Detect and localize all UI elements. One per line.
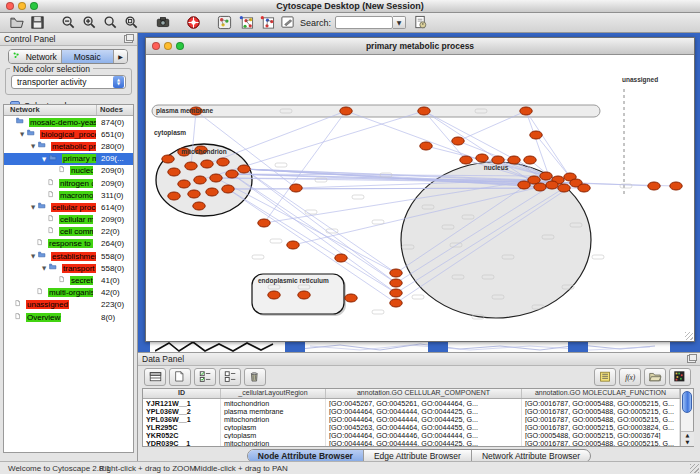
table-row[interactable]: YPL036W__2plasma membrane[GO:0044464, GO…: [143, 407, 680, 415]
tree-row[interactable]: ▼cellular process614(0): [4, 201, 133, 213]
help-lifesaver-icon[interactable]: [183, 14, 204, 32]
zoom-network-icon[interactable]: [176, 42, 184, 50]
close-window-icon[interactable]: [6, 2, 14, 10]
tree-row[interactable]: ▼metabolic process280(0): [4, 140, 133, 152]
table-cell: YJR121W__1: [143, 399, 221, 407]
unselect-attributes-icon[interactable]: [219, 368, 241, 386]
open-folder-icon[interactable]: [6, 14, 27, 32]
matrix-icon[interactable]: [669, 368, 691, 386]
graph-node: [194, 176, 206, 184]
import-attributes-icon[interactable]: [644, 368, 666, 386]
function-builder-icon[interactable]: f(x): [619, 368, 641, 386]
node-color-selection-group: Node color selection transporter activit…: [5, 68, 132, 95]
zoom-in-icon[interactable]: [79, 14, 100, 32]
minimize-network-icon[interactable]: [164, 42, 172, 50]
tree-row[interactable]: ▼primary metabo209(...: [4, 153, 133, 165]
import-network-icon[interactable]: [410, 14, 431, 32]
table-cell: cytoplasm: [221, 431, 326, 439]
float-panel-icon[interactable]: [124, 35, 133, 43]
tree-row-count: 209(0): [101, 215, 124, 224]
zoom-window-icon[interactable]: [30, 2, 38, 10]
scrollbar-thumb[interactable]: [682, 391, 692, 413]
expand-arrow-icon[interactable]: ▼: [29, 143, 37, 149]
expand-arrow-icon[interactable]: ▼: [29, 204, 37, 210]
app-resize-grip[interactable]: [690, 464, 699, 473]
select-attributes-icon[interactable]: [194, 368, 216, 386]
graph-node: [460, 156, 472, 164]
window-resize-grip[interactable]: [685, 332, 693, 340]
tree-row[interactable]: ▼biological_process651(0): [4, 128, 133, 140]
expand-arrow-icon[interactable]: ▼: [29, 253, 37, 259]
table-row[interactable]: YKR052Ccytoplasm[GO:0044464, GO:0044446,…: [143, 431, 680, 439]
tree-row[interactable]: mosaic-demo-yeast874(0): [4, 116, 133, 128]
graph-node: [418, 107, 430, 115]
vizmapper-icon[interactable]: [214, 14, 235, 32]
column-header[interactable]: annotation.GO CELLULAR_COMPONENT: [326, 389, 522, 398]
zoom-fit-icon[interactable]: [100, 14, 121, 32]
graph-node: [193, 202, 205, 210]
tab-overflow-arrow-icon[interactable]: ▶: [114, 50, 127, 63]
tree-row[interactable]: cellular metabol209(0): [4, 214, 133, 226]
expand-arrow-icon[interactable]: ▼: [40, 265, 48, 271]
tree-row[interactable]: multi-organism pro42(0): [4, 287, 133, 299]
node-color-dropdown[interactable]: transporter activity ▲▼: [11, 75, 126, 89]
column-header[interactable]: _cellularLayoutRegion: [221, 389, 326, 398]
tree-row[interactable]: secretion41(0): [4, 274, 133, 286]
file-icon: [59, 165, 68, 176]
zoom-selected-icon[interactable]: [121, 14, 142, 32]
tab-mosaic[interactable]: Mosaic: [62, 50, 115, 63]
column-header[interactable]: ID: [143, 389, 221, 398]
tree-row[interactable]: nucleobase-209(0): [4, 165, 133, 177]
graph-node: [648, 182, 660, 190]
tree-row[interactable]: unassigned223(0): [4, 299, 133, 311]
network-canvas[interactable]: plasma membranecytoplasmmitochondrionnuc…: [146, 55, 694, 341]
expand-arrow-icon[interactable]: ▼: [40, 156, 48, 162]
table-row[interactable]: YPL036W__1mitochondrion[GO:0044464, GO:0…: [143, 415, 680, 423]
tree-row[interactable]: ▼establishment of lo558(0): [4, 250, 133, 262]
svg-text:unassigned: unassigned: [622, 76, 658, 84]
table-cell: plasma membrane: [221, 407, 326, 415]
tree-row[interactable]: response to stimulu264(0): [4, 238, 133, 250]
column-header[interactable]: annotation.GO MOLECULAR_FUNCTION: [522, 389, 680, 398]
network-window-titlebar[interactable]: primary metabolic process: [146, 38, 694, 55]
graph-node: [217, 158, 229, 166]
toolbar-separator: [173, 14, 183, 32]
graph-node: [238, 165, 250, 173]
network-overlay-icon[interactable]: [235, 14, 256, 32]
new-attribute-icon[interactable]: [169, 368, 191, 386]
graph-node: [340, 107, 352, 115]
graph-node: [178, 180, 190, 188]
tree-column-nodes[interactable]: Nodes: [97, 105, 123, 115]
scrollbar-arrows[interactable]: ▲▼: [681, 431, 694, 446]
search-dropdown-icon[interactable]: ▼: [393, 16, 406, 29]
tree-row-label: cell communicat: [59, 227, 93, 236]
table-icon[interactable]: [144, 368, 166, 386]
zoom-out-icon[interactable]: [58, 14, 79, 32]
tree-row[interactable]: nitrogen compo209(0): [4, 177, 133, 189]
network-overlay2-icon[interactable]: [256, 14, 277, 32]
search-input[interactable]: [335, 16, 393, 29]
table-row[interactable]: YJR121W__1mitochondrion[GO:0045267, GO:0…: [143, 399, 680, 407]
tab-network[interactable]: Network: [9, 50, 62, 63]
snapshot-camera-icon[interactable]: [152, 14, 173, 32]
tree-row[interactable]: ▼transport558(0): [4, 262, 133, 274]
table-row[interactable]: YLR295Ccytoplasm[GO:0045263, GO:0044464,…: [143, 423, 680, 431]
attribute-list-icon[interactable]: [594, 368, 616, 386]
tree-row[interactable]: cell communicat22(0): [4, 226, 133, 238]
close-network-icon[interactable]: [152, 42, 160, 50]
table-row[interactable]: YDR039C__1mitochondrion[GO:0044464, GO:0…: [143, 439, 680, 446]
minimize-window-icon[interactable]: [18, 2, 26, 10]
tree-column-network[interactable]: Network: [4, 105, 97, 115]
expand-arrow-icon[interactable]: ▼: [18, 131, 26, 137]
table-scrollbar[interactable]: ▲▼: [680, 389, 693, 446]
annotation-icon[interactable]: [277, 14, 298, 32]
tree-row[interactable]: Overview8(0): [4, 311, 133, 323]
node-label-mark: [252, 255, 264, 259]
graph-node: [578, 184, 590, 192]
delete-attribute-icon[interactable]: [244, 368, 266, 386]
file-icon: [48, 178, 57, 189]
save-icon[interactable]: [27, 14, 48, 32]
float-data-panel-icon[interactable]: [687, 355, 696, 363]
dropdown-value: transporter activity: [17, 77, 86, 87]
tree-row[interactable]: macromolecule311(0): [4, 189, 133, 201]
